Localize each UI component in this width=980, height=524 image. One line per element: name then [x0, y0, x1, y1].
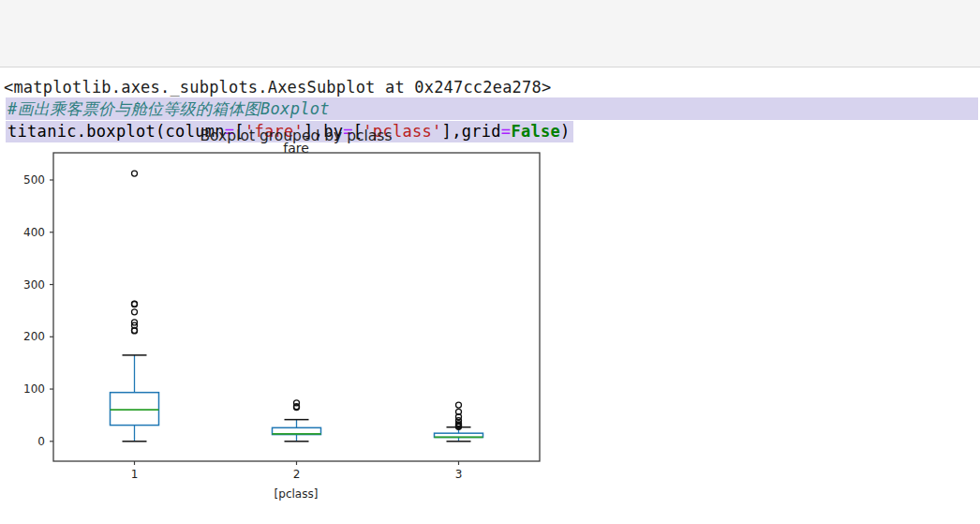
y-tick-label: 100	[23, 382, 45, 396]
y-tick-label: 0	[37, 435, 45, 448]
outlier-point	[132, 309, 138, 315]
outlier-point	[132, 171, 138, 176]
y-tick-label: 400	[23, 226, 45, 239]
plot-area: 0100200300400500123	[23, 153, 540, 481]
box-group-pclass-1	[111, 171, 159, 442]
output-repr: <matplotlib.axes._subplots.AxesSubplot a…	[4, 78, 551, 97]
box	[111, 393, 159, 426]
selection-highlight: #画出乘客票价与舱位等级的箱体图Boxplot	[6, 97, 978, 120]
notebook-page: #画出乘客票价与舱位等级的箱体图Boxplot titanic.boxplot(…	[0, 0, 980, 524]
x-tick-label: 3	[455, 468, 463, 481]
code-cell[interactable]: #画出乘客票价与舱位等级的箱体图Boxplot titanic.boxplot(…	[0, 0, 980, 67]
x-tick-label: 1	[131, 468, 139, 481]
code-line-comment: #画出乘客票价与舱位等级的箱体图Boxplot	[6, 52, 980, 75]
boxplot-figure: Boxplot grouped by pclass fare 010020030…	[0, 120, 609, 524]
x-axis-label: [pclass]	[275, 487, 319, 501]
y-tick-label: 300	[23, 278, 45, 292]
axes-frame	[53, 153, 540, 461]
code-comment: #画出乘客票价与舱位等级的箱体图Boxplot	[7, 99, 330, 118]
box-group-pclass-2	[273, 400, 321, 442]
y-tick-label: 200	[23, 330, 45, 343]
box-group-pclass-3	[435, 402, 483, 442]
y-tick-label: 500	[23, 173, 45, 187]
x-tick-label: 2	[293, 468, 301, 481]
outlier-point	[456, 402, 462, 408]
